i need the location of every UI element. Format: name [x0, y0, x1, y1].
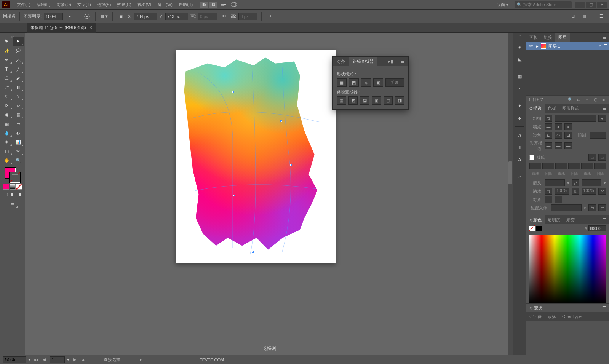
- gpu-icon[interactable]: [229, 0, 238, 9]
- bridge-icon[interactable]: Br: [200, 2, 208, 8]
- dock-export-icon[interactable]: ↗: [515, 172, 525, 182]
- type-tool[interactable]: T: [2, 65, 12, 73]
- dock-appearance-icon[interactable]: ♣: [515, 113, 525, 123]
- trim-button[interactable]: ◩: [348, 96, 358, 105]
- new-sublayer-icon[interactable]: ▫: [584, 97, 590, 103]
- menu-type[interactable]: 文字(T): [74, 0, 94, 9]
- gap-2[interactable]: [568, 163, 580, 169]
- dash-2[interactable]: [555, 163, 567, 169]
- opt-icon-1[interactable]: ⊞: [568, 12, 577, 21]
- dock-glyph-icon[interactable]: A: [515, 155, 525, 164]
- dock-swatches-icon[interactable]: ▦: [515, 72, 525, 81]
- arrange-icon[interactable]: ▭▾: [219, 0, 228, 9]
- divide-button[interactable]: ▦: [337, 96, 346, 105]
- shape-builder-tool[interactable]: ◉: [2, 110, 12, 119]
- color-wells[interactable]: [5, 168, 20, 183]
- pathfinder-panel[interactable]: 对齐 路径查找器 ▸▮ ☰ 形状模式： ◼ ◩ ◈ ▣ 扩展 路径查找器： ▦: [332, 56, 409, 110]
- corner-miter[interactable]: ◣: [545, 132, 552, 139]
- artboard-num-input[interactable]: [50, 356, 65, 363]
- unite-button[interactable]: ◼: [337, 78, 347, 87]
- color-none-swatch[interactable]: [529, 226, 535, 231]
- menu-window[interactable]: 窗口(W): [154, 0, 176, 9]
- vertical-scrollbar[interactable]: [508, 33, 513, 355]
- new-layer-icon[interactable]: ▢: [592, 97, 598, 103]
- color-mode-fill[interactable]: [3, 184, 9, 190]
- layer-name[interactable]: 图层 1: [548, 43, 560, 49]
- toolbox-grip[interactable]: ⠿: [0, 34, 25, 37]
- workspace-switcher[interactable]: 版面 ▾: [494, 0, 511, 9]
- next-artboard-icon[interactable]: ▶: [72, 357, 78, 363]
- first-artboard-icon[interactable]: ⏮: [33, 357, 39, 363]
- tab-artboards[interactable]: 画板: [526, 33, 541, 42]
- cap-butt[interactable]: ▬: [545, 123, 552, 130]
- limit-input[interactable]: [590, 132, 606, 139]
- zoom-tool[interactable]: 🔍: [13, 156, 24, 164]
- stroke-menu-icon[interactable]: ☰: [601, 106, 609, 111]
- pen-tool[interactable]: ✒: [2, 56, 12, 64]
- menu-effect[interactable]: 效果(C): [114, 0, 134, 9]
- tab-links[interactable]: 链接: [541, 33, 555, 42]
- symbol-sprayer-tool[interactable]: ✶: [2, 138, 12, 146]
- dock-grip[interactable]: ⠿: [518, 35, 521, 40]
- menu-help[interactable]: 帮助(H): [176, 0, 196, 9]
- arrow-start[interactable]: [545, 179, 565, 186]
- opacity-dropdown-icon[interactable]: ▸: [65, 12, 74, 21]
- canvas[interactable]: 对齐 路径查找器 ▸▮ ☰ 形状模式： ◼ ◩ ◈ ▣ 扩展 路径查找器： ▦: [25, 33, 513, 355]
- corner-bevel[interactable]: ◢: [564, 132, 572, 139]
- arrow-scale-1[interactable]: 100%: [555, 188, 569, 195]
- tab-character[interactable]: ◇字符: [526, 312, 545, 321]
- color-black-swatch[interactable]: [536, 226, 542, 231]
- free-transform-tool[interactable]: ▱: [13, 101, 24, 110]
- dock-para-icon[interactable]: ¶: [515, 142, 525, 152]
- tab-graphic-styles[interactable]: 图形样式: [559, 104, 582, 113]
- gap-1[interactable]: [542, 163, 554, 169]
- tab-align[interactable]: 对齐: [333, 57, 349, 66]
- x-input[interactable]: [134, 13, 157, 20]
- eyedropper-tool[interactable]: 💧: [2, 129, 12, 137]
- flip-v-icon[interactable]: ⥂: [598, 204, 606, 211]
- weight-input[interactable]: [555, 115, 596, 122]
- y-input[interactable]: [165, 13, 188, 20]
- draw-behind[interactable]: ◧: [10, 191, 16, 197]
- paintbrush-tool[interactable]: 🖌: [13, 74, 24, 82]
- width-tool[interactable]: ⟳: [2, 101, 12, 110]
- menu-view[interactable]: 视图(V): [134, 0, 155, 9]
- layers-menu-icon[interactable]: ☰: [601, 35, 609, 40]
- mesh-tool[interactable]: ▦: [2, 120, 12, 128]
- expand-icon[interactable]: ▸: [536, 44, 539, 49]
- w-input[interactable]: [198, 13, 217, 20]
- tab-gradient[interactable]: 渐变: [563, 215, 578, 224]
- crop-button[interactable]: ▣: [372, 96, 381, 105]
- color-mode-gradient[interactable]: [10, 184, 16, 190]
- dock-color-icon[interactable]: ☀: [515, 42, 525, 52]
- pathfinder-menu-icon[interactable]: ☰: [397, 57, 408, 66]
- dash-align-2[interactable]: ▭: [598, 154, 606, 161]
- draw-normal[interactable]: ▢: [3, 191, 9, 197]
- dock-brushes-icon[interactable]: ▪: [515, 84, 525, 94]
- target-icon[interactable]: ○: [599, 44, 601, 48]
- artboard-tool[interactable]: ▢: [2, 147, 12, 155]
- profile-select[interactable]: [551, 204, 582, 211]
- shaper-tool[interactable]: [2, 83, 12, 91]
- window-minimize[interactable]: ─: [575, 2, 585, 8]
- outline-button[interactable]: ▢: [384, 96, 393, 105]
- arrow-scale-2[interactable]: 100%: [582, 188, 596, 195]
- document-tab[interactable]: 未标题-1* @ 50% (RGB/预览) ✕: [27, 23, 96, 33]
- draw-inside[interactable]: ◨: [16, 191, 22, 197]
- gradient-tool[interactable]: ▭: [13, 120, 24, 128]
- align-pixel-icon[interactable]: ▦ ▾: [99, 12, 109, 21]
- opt-icon-2[interactable]: ▤: [580, 12, 589, 21]
- swap-arrows-icon[interactable]: ⇄: [572, 179, 579, 186]
- color-mode-none[interactable]: [16, 184, 22, 190]
- arrow-align-1[interactable]: →: [545, 196, 552, 203]
- dash-1[interactable]: [529, 163, 541, 169]
- gap-3[interactable]: [594, 163, 606, 169]
- window-maximize[interactable]: ▢: [586, 2, 596, 8]
- opacity-input[interactable]: [44, 13, 63, 20]
- screen-mode[interactable]: ▭: [7, 200, 18, 208]
- link-wh-icon[interactable]: ⚯: [219, 12, 229, 21]
- transform-panel-header[interactable]: ◇变换☰: [526, 303, 609, 312]
- stock-icon[interactable]: St: [209, 2, 217, 8]
- lasso-tool[interactable]: [13, 46, 24, 55]
- rotate-tool[interactable]: ↻: [2, 92, 12, 101]
